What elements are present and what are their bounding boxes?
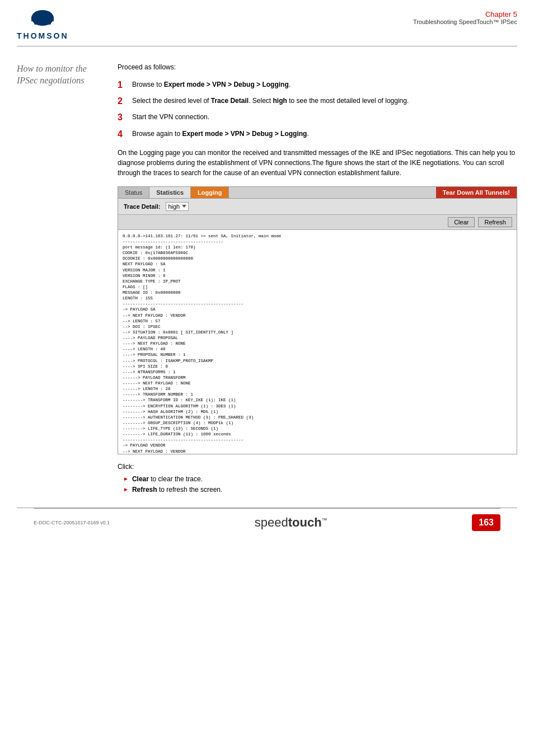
chapter-info: Chapter 5 Troubleshooting SpeedTouch™ IP… — [413, 10, 517, 25]
step-number-1: 1 — [118, 79, 128, 90]
bullet-arrow-icon-2: ► — [123, 486, 129, 492]
tab-statistics[interactable]: Statistics — [149, 187, 191, 198]
speedtouch-text: speedtouch™ — [255, 515, 327, 530]
refresh-button[interactable]: Refresh — [478, 217, 512, 227]
chapter-subtitle: Troubleshooting SpeedTouch™ IPSec — [413, 18, 517, 25]
intro-text: Proceed as follows: — [118, 63, 517, 71]
step-number-2: 2 — [118, 96, 128, 106]
sidebar-title: How to monitor the IPSec negotiations — [17, 63, 106, 87]
main-content: How to monitor the IPSec negotiations Pr… — [0, 46, 534, 508]
svg-rect-1 — [31, 17, 54, 21]
trace-detail-value: high — [168, 203, 180, 210]
dropdown-arrow-icon — [182, 205, 186, 208]
thomson-logo: THOMSON — [17, 10, 69, 40]
page-number: 163 — [472, 514, 500, 531]
bullet-refresh: ► Refresh to refresh the screen. — [123, 486, 517, 494]
step-4: 4 Browse again to Expert mode > VPN > De… — [118, 129, 517, 139]
click-label: Click: — [118, 463, 134, 471]
step-text-2: Select the desired level of Trace Detail… — [132, 96, 409, 106]
bullet-clear: ► Clear to clear the trace. — [123, 475, 517, 483]
description-text: On the Logging page you can monitor the … — [118, 148, 517, 178]
tab-bar: Status Statistics Logging Tear Down All … — [118, 187, 517, 199]
trace-detail-label: Trace Detail: — [124, 203, 160, 210]
step-3: 3 Start the VPN connection. — [118, 112, 517, 123]
trace-detail-row: Trace Detail: high — [118, 199, 517, 215]
ui-screenshot: Status Statistics Logging Tear Down All … — [118, 186, 517, 454]
chapter-label: Chapter 5 — [413, 10, 517, 18]
bullet-arrow-icon: ► — [123, 476, 129, 482]
svg-rect-2 — [34, 21, 51, 25]
speedtouch-logo: speedtouch™ — [255, 515, 327, 530]
tab-logging[interactable]: Logging — [191, 187, 229, 198]
tab-teardown[interactable]: Tear Down All Tunnels! — [436, 187, 517, 198]
steps-list: 1 Browse to Expert mode > VPN > Debug > … — [118, 79, 517, 139]
step-1: 1 Browse to Expert mode > VPN > Debug > … — [118, 79, 517, 90]
clear-button[interactable]: Clear — [448, 217, 475, 227]
logo-text: THOMSON — [17, 31, 69, 40]
step-text-1: Browse to Expert mode > VPN > Debug > Lo… — [132, 79, 291, 90]
log-content: 0.0.0.0->141.163.161.27: 11/01 => sent S… — [118, 230, 517, 454]
footer: E-DOC-CTC-20051017-0169 v0.1 speedtouch™… — [34, 508, 500, 537]
buttons-row: Clear Refresh — [118, 215, 517, 230]
tab-status[interactable]: Status — [118, 187, 149, 198]
footer-doc: E-DOC-CTC-20051017-0169 v0.1 — [34, 520, 110, 525]
page-header: THOMSON Chapter 5 Troubleshooting SpeedT… — [0, 0, 534, 46]
step-text-3: Start the VPN connection. — [132, 112, 209, 122]
bullet-refresh-text: Refresh to refresh the screen. — [132, 486, 222, 494]
trace-detail-dropdown[interactable]: high — [166, 202, 189, 211]
footer-wrapper: E-DOC-CTC-20051017-0169 v0.1 speedtouch™… — [0, 508, 534, 537]
step-number-4: 4 — [118, 129, 128, 139]
sidebar: How to monitor the IPSec negotiations — [17, 63, 106, 496]
bullet-clear-text: Clear to clear the trace. — [132, 475, 203, 483]
step-text-4: Browse again to Expert mode > VPN > Debu… — [132, 129, 309, 139]
step-2: 2 Select the desired level of Trace Deta… — [118, 96, 517, 106]
main-area: Proceed as follows: 1 Browse to Expert m… — [118, 63, 517, 496]
click-section: Click: — [118, 463, 517, 471]
step-number-3: 3 — [118, 112, 128, 123]
bullet-list: ► Clear to clear the trace. ► Refresh to… — [118, 475, 517, 494]
